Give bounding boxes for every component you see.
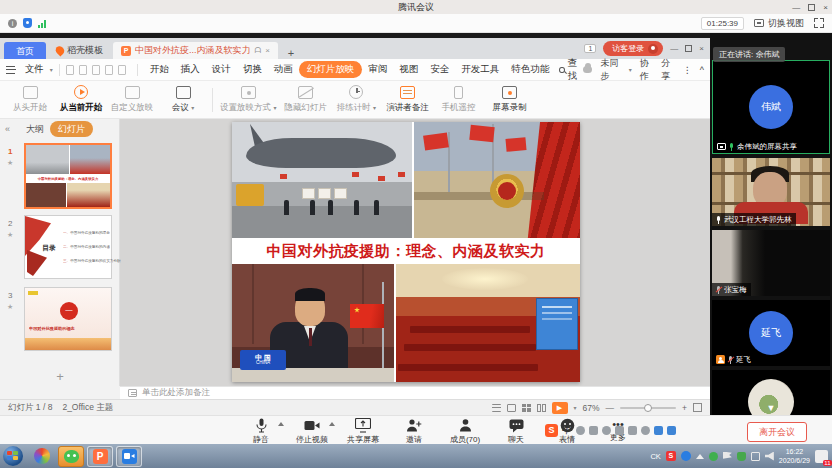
tab-docer[interactable]: 稻壳模板 [46, 42, 113, 59]
ribbon-setup-show[interactable]: 设置放映方式 ▾ [220, 86, 276, 114]
ime-emoji-icon[interactable] [602, 426, 611, 435]
wps-close-icon[interactable]: × [699, 44, 704, 53]
close-icon[interactable]: × [823, 3, 828, 12]
taskbar-wps-button[interactable]: P [87, 446, 113, 467]
taskbar-meeting-button[interactable] [116, 446, 142, 467]
menu-file[interactable]: 文件 [19, 61, 50, 78]
collapse-panel-icon[interactable]: « [5, 124, 10, 134]
maximize-icon[interactable] [808, 4, 815, 11]
tray-action-center-flag-icon[interactable] [723, 452, 732, 461]
security-shield-icon[interactable] [23, 18, 32, 28]
comment-icon[interactable]: ᗩ [255, 46, 262, 56]
collaborate-button[interactable]: 协作 [640, 57, 654, 83]
tray-network-icon[interactable] [751, 452, 760, 461]
undo-icon[interactable] [105, 65, 113, 75]
start-button[interactable] [3, 446, 23, 466]
new-tab-button[interactable]: + [278, 47, 304, 59]
menu-review[interactable]: 审阅 [362, 61, 393, 78]
tray-show-hidden-icon[interactable] [696, 454, 704, 459]
ribbon-rehearse[interactable]: 排练计时 ▾ [334, 85, 378, 114]
play-dropdown-icon[interactable]: ▾ [574, 404, 577, 411]
slideshow-play-button[interactable]: ▶ [552, 402, 568, 414]
minimize-icon[interactable]: — [792, 3, 800, 12]
tray-sogou-icon[interactable]: S [666, 451, 676, 461]
theme-name[interactable]: 2_Office 主题 [62, 402, 113, 414]
wps-restore-icon[interactable] [685, 45, 692, 52]
share-button[interactable]: 分享 [661, 57, 675, 83]
tray-antivirus-shield-icon[interactable] [737, 452, 746, 461]
menu-devtools[interactable]: 开发工具 [455, 61, 505, 78]
tray-app-icon[interactable] [681, 451, 691, 461]
redo-icon[interactable] [118, 65, 126, 75]
wps-minimize-icon[interactable]: — [670, 44, 678, 53]
participant-tile-avatar[interactable]: 延飞 延飞 [712, 300, 830, 366]
menu-start[interactable]: 开始 [144, 61, 175, 78]
reading-view-icon[interactable] [537, 404, 546, 412]
notes-toggle-icon[interactable] [492, 404, 501, 412]
zoom-slider-thumb[interactable] [644, 404, 652, 412]
preview-icon[interactable] [92, 65, 100, 75]
slide-thumbnail-3[interactable]: 一 中国对外抗疫援助的理念 [24, 287, 112, 351]
panel-tab-outline[interactable]: 大纲 [26, 123, 44, 136]
find-button[interactable]: 查找 [559, 57, 583, 83]
save-icon[interactable] [66, 65, 74, 75]
print-icon[interactable] [79, 65, 87, 75]
guest-login-button[interactable]: 访客登录 [603, 41, 663, 56]
fullscreen-icon[interactable] [814, 18, 824, 28]
ribbon-hide-slide[interactable]: 隐藏幻灯片 [283, 86, 327, 114]
menu-features[interactable]: 特色功能 [505, 61, 555, 78]
ribbon-from-current[interactable]: 从当前开始 [59, 85, 103, 114]
video-options-caret[interactable] [329, 422, 335, 426]
normal-view-icon[interactable] [507, 404, 516, 412]
menu-animation[interactable]: 动画 [268, 61, 299, 78]
menu-slideshow-active[interactable]: 幻灯片放映 [299, 61, 363, 78]
ribbon-custom-show[interactable]: 自定义放映 [110, 86, 154, 114]
zoom-out-button[interactable]: — [606, 403, 615, 413]
taskbar-clock[interactable]: 16:22 2020/6/29 [779, 447, 810, 465]
ime-moon-icon[interactable] [576, 426, 585, 435]
participant-tile-video[interactable]: 武汉工程大学郭先林 [712, 158, 830, 226]
ime-language-indicator[interactable]: 中 [562, 423, 572, 437]
participant-tile-screenshare[interactable]: 伟斌 余伟斌的屏幕共享 [712, 60, 830, 154]
zoom-in-button[interactable]: + [682, 403, 687, 413]
leave-meeting-button[interactable]: 离开会议 [747, 422, 807, 442]
tray-volume-icon[interactable] [765, 452, 774, 461]
members-button[interactable]: 成员(70) [444, 418, 486, 445]
mic-options-caret[interactable] [278, 422, 284, 426]
menu-design[interactable]: 设计 [206, 61, 237, 78]
invite-button[interactable]: 邀请 [393, 418, 435, 445]
sogou-ime-icon[interactable]: S [545, 424, 558, 437]
menu-security[interactable]: 安全 [424, 61, 455, 78]
share-screen-button[interactable]: 共享屏幕 [342, 418, 384, 445]
ribbon-speaker-notes[interactable]: 演讲者备注 [385, 86, 429, 114]
menu-view[interactable]: 视图 [393, 61, 424, 78]
slide-sorter-icon[interactable] [522, 404, 531, 412]
zoom-slider[interactable] [620, 407, 676, 409]
zoom-level[interactable]: 67% [583, 403, 600, 413]
menu-transition[interactable]: 切换 [237, 61, 268, 78]
scroll-down-icon[interactable]: ▼ [710, 403, 832, 413]
ime-mic-icon[interactable] [615, 426, 624, 435]
fit-slide-icon[interactable] [693, 403, 702, 412]
ribbon-phone-remote[interactable]: 手机遥控 [436, 86, 480, 114]
collapse-ribbon-icon[interactable]: ^ [700, 65, 704, 75]
meeting-info-icon[interactable]: i [8, 19, 17, 28]
tray-green-icon[interactable] [709, 452, 718, 461]
slide-thumbnail-1[interactable]: 中国对外抗疫援助：理念、内涵及软实力 [24, 143, 112, 209]
tray-ime-indicator[interactable]: CK [650, 452, 660, 461]
tray-notification-icon[interactable]: 11 [815, 450, 828, 463]
tab-document-active[interactable]: P 中国对外抗疫...内涵及软实力 ᗩ × [113, 42, 278, 59]
tab-close-icon[interactable]: × [265, 46, 270, 55]
ribbon-screen-record[interactable]: 屏幕录制 [487, 86, 531, 114]
ime-toolbox-icon[interactable] [667, 426, 676, 435]
more-vertical-icon[interactable]: ⋮ [683, 65, 692, 75]
menu-insert[interactable]: 插入 [175, 61, 206, 78]
switch-view-button[interactable]: 切换视图 [754, 17, 804, 30]
add-slide-button[interactable]: + [0, 369, 120, 384]
hamburger-icon[interactable] [6, 66, 15, 74]
ime-simplified-icon[interactable] [654, 426, 663, 435]
ime-punctuation-icon[interactable] [589, 426, 598, 435]
sync-status[interactable]: 未同步 [600, 57, 620, 83]
ribbon-meeting[interactable]: 会议 ▾ [161, 86, 205, 114]
notes-bar[interactable]: 单击此处添加备注 [120, 386, 710, 399]
